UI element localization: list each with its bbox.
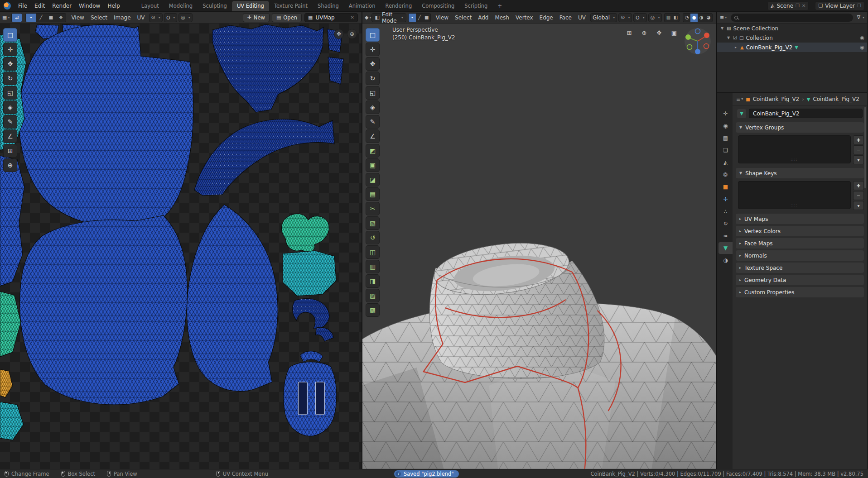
viewport-tool-button[interactable]: ▣ (366, 158, 380, 172)
workspace-tab[interactable]: Scripting (459, 1, 492, 11)
viewport-tool-button[interactable]: ▥ (366, 260, 380, 273)
close-scene-icon[interactable]: ✕ (802, 4, 805, 8)
workspace-tab[interactable]: Sculpting (198, 1, 232, 11)
breadcrumb-data-name[interactable]: CoinBank_Pig_V2 (813, 96, 859, 102)
properties-tab[interactable]: ✛ (719, 108, 733, 120)
add-shape-key-button[interactable]: ✚ (853, 181, 864, 190)
workspace-tab[interactable]: Compositing (417, 1, 459, 11)
outliner-search-input[interactable] (731, 14, 853, 22)
zoom-widget-icon[interactable]: ⊕ (639, 27, 650, 38)
viewport-menu-item[interactable]: Select (452, 14, 475, 22)
uv-map-selector[interactable]: ▦ UVMap ✕ (304, 13, 358, 22)
vertex-select-button[interactable]: ∙ (409, 14, 416, 22)
uv-pan-widget[interactable]: ✥ (334, 29, 344, 39)
remove-vertex-group-button[interactable]: − (853, 145, 864, 154)
uv-islands[interactable] (0, 24, 343, 440)
viewport-tool-button[interactable]: ↻ (366, 72, 380, 85)
viewport-menu-item[interactable]: View (433, 14, 452, 22)
properties-tab[interactable]: ◑ (719, 254, 733, 266)
collapsed-panel-header[interactable]: ▸ Vertex Colors (736, 226, 864, 236)
workspace-tab[interactable]: Shading (313, 1, 344, 11)
vertex-group-specials-button[interactable]: ▾ (853, 155, 864, 164)
viewport-tool-button[interactable]: ∠ (366, 129, 380, 143)
workspace-tab[interactable]: UV Editing (232, 1, 269, 11)
viewport-tool-button[interactable]: ✎ (366, 115, 380, 129)
uv-vertex-mode-button[interactable]: ∙ (26, 14, 36, 22)
uv-sync-toggle[interactable]: ⇄ (12, 14, 22, 22)
viewport-tool-button[interactable]: ◱ (366, 86, 380, 100)
panel-vertex-groups-header[interactable]: ▼ Vertex Groups (736, 122, 864, 133)
viewport-menu-item[interactable]: UV (575, 14, 589, 22)
uv-zoom-widget[interactable]: ⊕ (347, 29, 357, 39)
properties-tab[interactable]: ✢ (719, 193, 733, 205)
shape-keys-list[interactable]: ∷∷ (738, 181, 851, 209)
uv-island-mode-button[interactable]: ❖ (56, 14, 66, 22)
add-vertex-group-button[interactable]: ✚ (853, 135, 864, 144)
topbar-menu-item[interactable]: Window (75, 1, 104, 10)
uv-tool-button[interactable]: ↻ (3, 72, 17, 85)
panel-shape-keys-header[interactable]: ▼ Shape Keys (736, 168, 864, 178)
viewport-tool-button[interactable]: ▨ (366, 289, 380, 302)
collapsed-panel-header[interactable]: ▸ Custom Properties (736, 287, 864, 297)
outliner-editor-type-icon[interactable]: ≡▾ (720, 15, 727, 20)
duplicate-scene-icon[interactable]: ❐ (796, 4, 800, 8)
collapsed-panel-header[interactable]: ▸ Texture Space (736, 263, 864, 273)
xray-toggle[interactable]: ▥ (665, 14, 672, 22)
pig-snout[interactable] (429, 236, 604, 378)
viewport-tool-button[interactable]: ◫ (366, 245, 380, 259)
viewport-tool-button[interactable]: ▤ (366, 187, 380, 201)
shading-wireframe-button[interactable]: ◔ (683, 14, 690, 22)
collapsed-panel-header[interactable]: ▸ Face Maps (736, 238, 864, 249)
uv-menu-item[interactable]: Select (87, 14, 111, 22)
mode-dropdown[interactable]: ◧ Edit Mode ▾ (371, 13, 406, 22)
uv-editor-type-icon[interactable]: ▦▾ (2, 15, 10, 20)
grid-toggle-icon[interactable]: ⊞ (624, 27, 635, 38)
collapsed-panel-header[interactable]: ▸ Normals (736, 250, 864, 261)
viewport-tool-button[interactable]: ◈ (366, 100, 380, 114)
uv-menu-item[interactable]: Image (111, 14, 134, 22)
breadcrumb-object-name[interactable]: CoinBank_Pig_V2 (753, 96, 800, 102)
face-select-button[interactable]: ■ (423, 14, 430, 22)
topbar-menu-item[interactable]: Help (104, 1, 123, 10)
eye-icon[interactable]: ◉ (860, 44, 864, 50)
viewport-tool-button[interactable]: ◪ (366, 173, 380, 186)
properties-tab[interactable]: ▼ (719, 242, 733, 254)
uv-tool-button[interactable]: ✥ (3, 57, 17, 71)
shape-key-specials-button[interactable]: ▾ (853, 201, 864, 210)
properties-tab[interactable]: ◉ (719, 120, 733, 132)
viewport-menu-item[interactable]: Face (556, 14, 575, 22)
viewport-menu-item[interactable]: Mesh (492, 14, 512, 22)
uv-map-canvas[interactable] (0, 24, 362, 469)
filter-icon[interactable]: ∇ (857, 15, 860, 20)
scene-selector[interactable]: ◭ Scene ❐ ✕ (767, 1, 809, 10)
uv-tool-button[interactable]: ⊕ (3, 158, 17, 172)
mesh-name-field[interactable]: CoinBank_Pig_V2 (749, 109, 863, 118)
eye-icon[interactable]: ◉ (860, 35, 864, 41)
remove-shape-key-button[interactable]: − (853, 191, 864, 200)
uv-tool-button[interactable]: ◈ (3, 100, 17, 114)
properties-tab[interactable]: ❂ (719, 169, 733, 181)
shading-rendered-button[interactable]: ◕ (705, 14, 712, 22)
blender-logo-icon[interactable] (4, 2, 11, 10)
uv-tool-button[interactable]: ⊞ (3, 144, 17, 158)
model-mesh[interactable] (362, 24, 716, 469)
workspace-tab[interactable]: Animation (344, 1, 381, 11)
uv-edge-mode-button[interactable]: ╱ (36, 14, 46, 22)
pan-widget-icon[interactable]: ✥ (654, 27, 665, 38)
topbar-menu-item[interactable]: File (14, 1, 31, 10)
vertex-groups-list[interactable]: ∷∷ (738, 135, 851, 163)
properties-tab[interactable]: ❏ (719, 144, 733, 156)
viewport-tool-button[interactable]: ✛ (366, 43, 380, 56)
open-image-button[interactable]: ▤Open (272, 13, 302, 22)
viewport-tool-button[interactable]: ↺ (366, 231, 380, 244)
viewport-menu-item[interactable]: Add (475, 14, 492, 22)
collapsed-panel-header[interactable]: ▸ UV Maps (736, 214, 864, 224)
properties-editor-type-icon[interactable]: ≣▾ (736, 97, 743, 102)
uv-tool-button[interactable]: □ (3, 28, 17, 42)
workspace-tab[interactable]: Modeling (164, 1, 198, 11)
unlink-icon[interactable]: ✕ (351, 15, 354, 20)
uv-proportional-dropdown[interactable]: ◎▾ (178, 13, 193, 22)
viewport-tool-button[interactable]: ✥ (366, 57, 380, 71)
save-report-badge[interactable]: i Saved "pig2.blend" (394, 470, 459, 478)
viewport-editor-type-icon[interactable]: ◆▾ (365, 15, 371, 20)
